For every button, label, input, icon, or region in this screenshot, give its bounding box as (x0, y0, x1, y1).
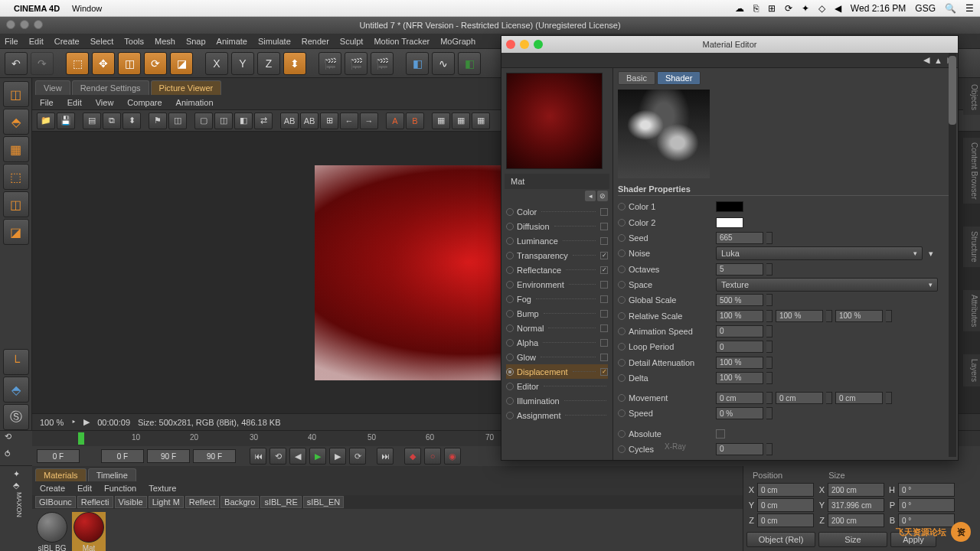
menu-mesh[interactable]: Mesh (155, 37, 175, 46)
rot-p-field[interactable]: 0 ° (898, 498, 955, 512)
spinner-icon[interactable] (766, 407, 773, 419)
pv-layer-icon[interactable]: ◫ (168, 112, 187, 129)
generator-icon[interactable]: ◧ (458, 52, 481, 75)
user-name[interactable]: GSG (915, 3, 936, 14)
noise-expand-icon[interactable]: ▾ (929, 249, 933, 259)
radio-icon[interactable] (618, 394, 626, 402)
detail-atten-field[interactable]: 100 % (716, 357, 763, 369)
volume-icon[interactable]: ◀ (835, 3, 841, 14)
radio-icon[interactable] (506, 252, 514, 259)
tab-objects[interactable]: Objects (963, 80, 980, 115)
me-close-button[interactable] (506, 40, 515, 49)
me-zoom-button[interactable] (534, 40, 543, 49)
rscale-x-field[interactable]: 100 % (716, 310, 763, 322)
size-z-field[interactable]: 200 cm (828, 514, 884, 527)
minimize-button[interactable] (20, 20, 29, 29)
model-mode-icon[interactable]: ◫ (3, 81, 29, 107)
redo-icon[interactable]: ↷ (31, 52, 54, 75)
scrollbar-thumb[interactable] (949, 68, 956, 125)
mat-menu-texture[interactable]: Texture (149, 484, 176, 493)
coord-mode-dropdown[interactable]: Object (Rel) (746, 532, 815, 547)
spinner-icon[interactable] (766, 341, 773, 353)
noise-dropdown[interactable]: Luka (716, 246, 923, 260)
radio-icon[interactable] (506, 368, 514, 376)
tray-icon[interactable]: ⎘ (753, 3, 759, 14)
wifi-icon[interactable]: ◇ (818, 3, 825, 14)
workplane-icon[interactable]: ▦ (3, 136, 29, 162)
channel-checkbox[interactable] (600, 339, 608, 347)
radio-icon[interactable] (618, 203, 626, 210)
channel-bump[interactable]: Bump (506, 306, 608, 321)
radio-icon[interactable] (506, 324, 514, 332)
playhead-icon[interactable] (78, 432, 84, 445)
pv-histogram-icon[interactable]: ▤ (83, 112, 101, 129)
radio-icon[interactable] (506, 281, 514, 289)
pv-grid2-icon[interactable]: ▦ (452, 112, 470, 129)
bp-tool-icon[interactable]: ✦ (13, 469, 20, 479)
spinner-icon[interactable] (766, 372, 773, 384)
speed-field[interactable]: 0 % (716, 407, 763, 419)
mat-filter[interactable]: sIBL_EN (303, 496, 344, 508)
undo-icon[interactable]: ↶ (5, 52, 28, 75)
channel-luminance[interactable]: Luminance (506, 233, 608, 248)
scale-tool-icon[interactable]: ◫ (118, 52, 141, 75)
delta-field[interactable]: 100 % (716, 372, 763, 384)
tab-render-settings[interactable]: Render Settings (72, 80, 149, 95)
radio-icon[interactable] (618, 296, 626, 304)
me-lock-icon[interactable]: ⊘ (597, 191, 608, 201)
pv-filter-icon[interactable]: ⚑ (149, 112, 167, 129)
spinner-icon[interactable] (826, 310, 832, 322)
keyframe-icon[interactable]: ◉ (444, 448, 461, 465)
radio-icon[interactable] (618, 328, 626, 335)
tab-view[interactable]: View (35, 80, 70, 95)
channel-fog[interactable]: Fog (506, 292, 608, 306)
radio-icon[interactable] (618, 430, 626, 438)
radio-icon[interactable] (618, 374, 626, 382)
x-axis-icon[interactable]: X (205, 52, 228, 75)
radio-icon[interactable] (506, 295, 514, 303)
prev-frame-icon[interactable]: ◀ (289, 448, 306, 465)
spinner-icon[interactable] (766, 310, 773, 322)
menu-select[interactable]: Select (90, 37, 114, 46)
rotate-tool-icon[interactable]: ⟳ (144, 52, 167, 75)
tray-icon[interactable]: ⟳ (785, 3, 792, 14)
radio-icon[interactable] (506, 310, 514, 318)
pos-y-field[interactable]: 0 cm (757, 498, 814, 512)
radio-icon[interactable] (618, 249, 626, 257)
menu-simulate[interactable]: Simulate (258, 37, 291, 46)
channel-checkbox[interactable] (600, 208, 608, 216)
menu-animate[interactable]: Animate (217, 37, 247, 46)
move-z-field[interactable]: 0 cm (835, 392, 883, 404)
menu-file[interactable]: File (5, 37, 18, 46)
octaves-field[interactable]: 5 (716, 263, 763, 276)
radio-icon[interactable] (618, 219, 626, 227)
move-tool-icon[interactable]: ✥ (92, 52, 115, 75)
play-icon[interactable]: ▶ (83, 417, 90, 427)
material-preview[interactable] (506, 73, 603, 169)
menu-tools[interactable]: Tools (124, 37, 144, 46)
radio-icon[interactable] (618, 266, 626, 273)
channel-checkbox[interactable] (600, 354, 608, 361)
tab-attributes[interactable]: Attributes (963, 290, 980, 331)
mat-filter[interactable]: Light M (149, 496, 184, 508)
pv-save-icon[interactable]: 💾 (57, 112, 75, 129)
spinner-icon[interactable] (766, 357, 773, 369)
render-settings-icon[interactable]: 🎬 (371, 52, 394, 75)
pv-ab-a-icon[interactable]: AB (280, 112, 299, 129)
record-icon[interactable]: ◆ (404, 448, 421, 465)
seed-field[interactable]: 665 (716, 232, 763, 244)
radio-icon[interactable] (618, 359, 626, 367)
snap-icon[interactable]: ⬘ (3, 377, 29, 403)
radio-icon[interactable] (506, 266, 514, 274)
channel-diffusion[interactable]: Diffusion (506, 219, 608, 233)
soft-select-icon[interactable]: Ⓢ (3, 404, 29, 430)
channel-environment[interactable]: Environment (506, 277, 608, 292)
radio-icon[interactable] (506, 223, 514, 230)
spotlight-icon[interactable]: 🔍 (945, 3, 956, 14)
spinner-icon[interactable] (886, 310, 892, 322)
tab-layers[interactable]: Layers (963, 354, 980, 386)
material-editor-titlebar[interactable]: Material Editor (501, 36, 958, 53)
shader-preview[interactable] (618, 90, 710, 178)
pv-nav-icon[interactable]: ⬍ (122, 112, 141, 129)
radio-icon[interactable] (618, 234, 626, 242)
